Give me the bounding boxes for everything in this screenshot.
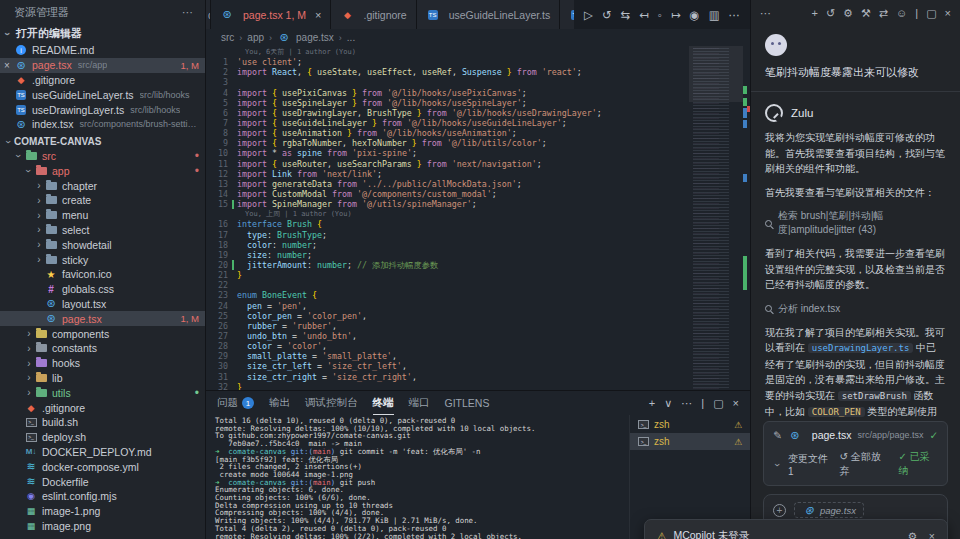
timeline-icon[interactable]: ↺ [602, 8, 612, 22]
open-editor-item[interactable]: TSuseGuideLineLayer.tssrc/lib/hooks [0, 87, 205, 102]
inline-code-chip[interactable]: COLOR_PEN [808, 407, 865, 417]
attached-file-chip[interactable]: ⊛ page.tsx [794, 502, 864, 518]
panel-tab-GITLENS[interactable]: GITLENS [445, 391, 490, 415]
tree-item-favicon.ico[interactable]: ★favicon.ico [0, 267, 205, 282]
nav-dot-icon[interactable]: ◦ [658, 9, 662, 21]
toast-close-icon[interactable]: × [929, 530, 935, 539]
tools-icon[interactable]: ⚒ [861, 7, 871, 20]
toast-settings-icon[interactable]: ⚙ [907, 530, 916, 539]
close-panel-icon[interactable]: × [733, 397, 739, 410]
tree-item-showdetail[interactable]: ›showdetail [0, 237, 205, 252]
settings-icon[interactable]: ⚙ [843, 7, 853, 20]
close-icon[interactable]: × [945, 7, 951, 19]
tree-item-utils[interactable]: ›utils• [0, 385, 205, 400]
tree-item-components[interactable]: ›components [0, 326, 205, 341]
panel-tab-输出[interactable]: 输出 [269, 391, 290, 415]
open-editor-item[interactable]: ×⊛page.tsxsrc/app1, M [0, 58, 205, 73]
tree-item-menu[interactable]: ›menu [0, 208, 205, 223]
tree-item-docker_deploy.md[interactable]: M↓DOCKER_DEPLOY.md [0, 445, 205, 460]
tree-item-hooks[interactable]: ›hooks [0, 356, 205, 371]
new-chat-icon[interactable]: + [811, 7, 817, 19]
code-editor[interactable]: You, 6天前 | 1 author (You)1'use client';2… [206, 46, 750, 390]
tool-call-row[interactable]: 分析 index.tsx [765, 302, 946, 316]
tree-item-image-1.png[interactable]: ▦image-1.png [0, 504, 205, 519]
accepted-status[interactable]: ✓ 已采纳 [899, 450, 938, 478]
tree-item-chapter[interactable]: ›chapter [0, 178, 205, 193]
breadcrumb-item[interactable]: app [247, 32, 264, 43]
tree-item-build.sh[interactable]: >_build.sh [0, 415, 205, 430]
tree-item-comate-canvas[interactable]: ›COMATE-CANVAS [0, 134, 205, 149]
tab-pagetsx[interactable]: ⊛page.tsx 1, M× [211, 0, 331, 29]
run-menu-icon[interactable]: ◉ [690, 8, 700, 22]
add-context-icon[interactable]: + [773, 504, 786, 517]
panel-tab-问题[interactable]: 问题1 [217, 391, 254, 415]
chat-conversation[interactable]: 笔刷抖动幅度暴露出来可以修改 Zulu 我将为您实现笔刷抖动幅度可修改的功能。首… [751, 26, 960, 417]
terminal-instance[interactable]: >_zsh⚠ [630, 416, 750, 433]
tree-label: page.tsx [62, 313, 102, 325]
more-icon[interactable]: ⋯ [681, 397, 692, 410]
tree-item-app[interactable]: ›app• [0, 163, 205, 178]
tree-item-image.png[interactable]: ▦image.png [0, 519, 205, 534]
run-icon[interactable]: ▷ [584, 8, 593, 22]
tree-item-deploy.sh[interactable]: >_deploy.sh [0, 430, 205, 445]
account-icon[interactable]: ☺ [896, 7, 907, 19]
open-changes-icon[interactable]: ⇆ [621, 8, 631, 22]
ts-icon: TS [14, 89, 28, 101]
codelens-annotation[interactable]: You, 上周 | 1 author (You) [206, 209, 689, 219]
close-icon[interactable]: × [315, 9, 321, 21]
tool-call-row[interactable]: 检索 brush|笔刷|抖动|幅度|amplitude|jitter (43) [765, 209, 946, 237]
tab-gitignore[interactable]: ◆.gitignore [331, 0, 416, 29]
tree-item-select[interactable]: ›select [0, 223, 205, 238]
minimap[interactable] [689, 46, 743, 390]
inline-code-chip[interactable]: setDrawBrush [838, 391, 911, 401]
explorer-more-icon[interactable]: ⋯ [182, 6, 193, 19]
discard-all-button[interactable]: ↺ 全部放弃 [840, 450, 889, 478]
tab-useGuideLineLayerts[interactable]: TSuseGuideLineLayer.ts [417, 0, 561, 29]
tree-item-dockerfile[interactable]: ≋Dockerfile [0, 474, 205, 489]
panel-tab-调试控制台[interactable]: 调试控制台 [305, 391, 358, 415]
split-editor-icon[interactable]: ▥ [709, 8, 720, 22]
tree-item-layout.tsx[interactable]: ⊛layout.tsx [0, 297, 205, 312]
tree-item-src[interactable]: ›src• [0, 149, 205, 164]
maximize-icon[interactable]: ▢ [926, 7, 936, 20]
tree-item-create[interactable]: ›create [0, 193, 205, 208]
tree-item-lib[interactable]: ›lib [0, 371, 205, 386]
nav-forward-icon[interactable]: ↦ [671, 8, 681, 22]
open-editors-section[interactable]: › 打开的编辑器 [0, 24, 205, 43]
tree-item-page.tsx[interactable]: ⊛page.tsx1, M [0, 311, 205, 326]
inline-code-chip[interactable]: useDrawingLayer.ts [808, 343, 914, 353]
open-editor-item[interactable]: ◆.gitignore [0, 73, 205, 88]
more-icon[interactable]: ⋯ [760, 7, 771, 20]
close-icon[interactable]: × [0, 60, 14, 71]
tree-item-eslint.config.mjs[interactable]: ◉eslint.config.mjs [0, 489, 205, 504]
assistant-paragraph: 首先我要查看与笔刷设置相关的文件： [765, 185, 946, 201]
model-switch-icon[interactable]: ⇄ [879, 7, 888, 20]
breadcrumb[interactable]: src›app›⊛page.tsx›... [206, 29, 750, 46]
history-icon[interactable]: ↺ [826, 7, 835, 20]
breadcrumb-item[interactable]: src [221, 32, 234, 43]
breadcrumb-item[interactable]: page.tsx [296, 32, 334, 43]
tree-item-.gitignore[interactable]: ◆.gitignore [0, 400, 205, 415]
new-terminal-icon[interactable]: + [649, 397, 655, 410]
more-actions-icon[interactable]: ⋯ [729, 8, 741, 22]
chevron-down-icon[interactable]: › [772, 460, 783, 470]
panel-tab-终端[interactable]: 终端 [373, 391, 394, 415]
maximize-panel-icon[interactable]: ▢ [713, 397, 723, 410]
open-editor-item[interactable]: ⊛index.tsxsrc/components/brush-settings [0, 117, 205, 132]
panel-tab-端口[interactable]: 端口 [409, 391, 430, 415]
breadcrumb-item[interactable]: ... [347, 32, 355, 43]
codelens-annotation[interactable]: You, 6天前 | 1 author (You) [206, 47, 689, 57]
terminal-instance[interactable]: >_zsh⚠ [630, 433, 750, 450]
tab-useD[interactable]: TSuseD [560, 0, 574, 29]
open-editor-item[interactable]: iREADME.md [0, 43, 205, 58]
terminal-output[interactable]: Total 16 (delta 10), reused 0 (delta 0),… [206, 415, 629, 539]
open-editor-item[interactable]: TSuseDrawingLayer.tssrc/lib/hooks [0, 102, 205, 117]
card-filename[interactable]: page.tsx [812, 429, 852, 441]
tree-item-globals.css[interactable]: #globals.css [0, 282, 205, 297]
tree-item-docker-compose.yml[interactable]: ≋docker-compose.yml [0, 459, 205, 474]
tree-item-sticky[interactable]: ›sticky [0, 252, 205, 267]
minimap-slider[interactable] [689, 46, 743, 102]
nav-back-icon[interactable]: ↤ [639, 8, 649, 22]
tree-item-constants[interactable]: ›constants [0, 341, 205, 356]
terminal-dropdown-icon[interactable]: ∨ [664, 397, 672, 410]
